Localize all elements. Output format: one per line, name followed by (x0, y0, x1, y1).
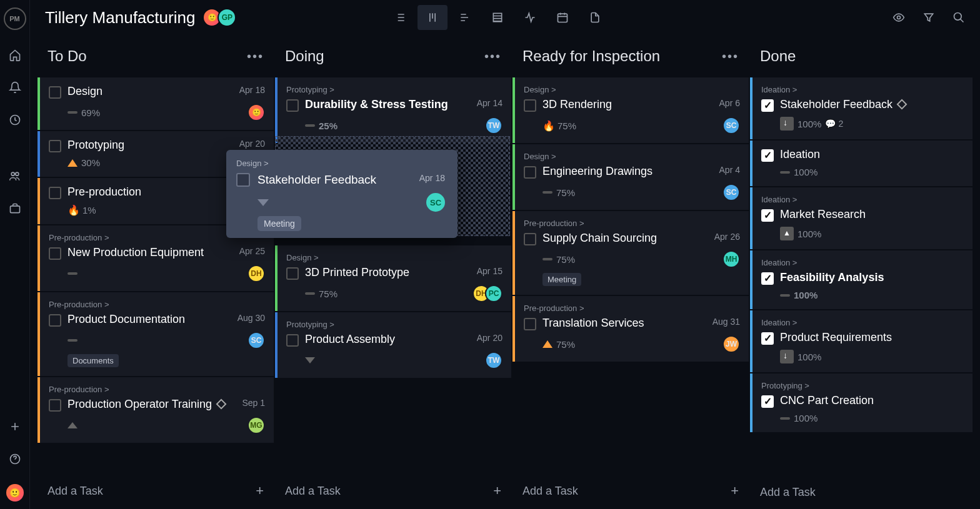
task-card[interactable]: Design > 3D RenderingApr 6 🔥75%SC (512, 77, 749, 143)
task-card[interactable]: DesignApr 18 69%🙂 (38, 77, 274, 130)
add-task-button[interactable]: Add a Task+ (38, 473, 274, 509)
assignee-avatar: TW (485, 117, 502, 134)
column-title: To Do (48, 47, 87, 65)
plus-icon[interactable] (8, 419, 22, 434)
task-progress: 1% (82, 205, 96, 215)
main-area: Tillery Manufacturing 🙂 GP (30, 0, 980, 509)
briefcase-icon[interactable] (8, 201, 22, 216)
task-checkbox[interactable] (49, 86, 61, 99)
task-title: 3D Rendering (542, 98, 713, 111)
priority-urgent-icon: 🔥 (542, 120, 554, 131)
column-menu-icon[interactable]: ••• (722, 49, 739, 64)
task-checkbox-checked[interactable] (761, 209, 774, 222)
add-task-button[interactable]: Add a Task+ (512, 473, 749, 509)
view-tabs (385, 5, 610, 30)
task-date: Apr 18 (419, 173, 445, 183)
column-title: Doing (285, 47, 324, 65)
filter-icon[interactable] (922, 11, 935, 24)
task-category: Prototyping > (286, 85, 502, 94)
task-date: Apr 26 (714, 232, 740, 242)
task-card[interactable]: Ideation > Stakeholder Feedback 100% 💬 2 (750, 77, 972, 139)
list-view-icon[interactable] (385, 5, 415, 30)
priority-icon (780, 171, 790, 174)
task-progress: 75% (556, 187, 575, 198)
column-menu-icon[interactable]: ••• (247, 49, 264, 64)
project-members[interactable]: 🙂 GP (206, 8, 236, 27)
task-checkbox[interactable] (286, 267, 299, 280)
task-card[interactable]: Ideation > Feasibility Analysis 100% (750, 250, 972, 309)
task-card[interactable]: Prototyping > Product AssemblyApr 20 TW (275, 312, 511, 378)
task-category: Pre-production > (524, 304, 740, 313)
task-checkbox[interactable] (49, 247, 61, 260)
task-checkbox[interactable] (286, 99, 299, 112)
kanban-board: To Do ••• DesignApr 18 69%🙂 PrototypingA… (30, 35, 980, 509)
priority-icon (68, 272, 78, 275)
calendar-icon[interactable] (548, 5, 578, 30)
users-icon[interactable] (8, 169, 22, 184)
help-icon[interactable] (8, 452, 22, 467)
gantt-view-icon[interactable] (450, 5, 480, 30)
task-card[interactable]: Pre-production > Production Operator Tra… (38, 377, 274, 443)
task-progress: 75% (556, 254, 575, 265)
task-card[interactable]: Pre-production > Product DocumentationAu… (38, 292, 274, 376)
task-progress: 30% (81, 157, 100, 168)
task-tag: Meeting (258, 216, 301, 231)
priority-high-icon (542, 340, 552, 348)
task-category: Ideation > (761, 195, 964, 204)
task-checkbox[interactable] (236, 173, 250, 187)
task-checkbox[interactable] (49, 314, 61, 327)
task-card[interactable]: Ideation > Product Requirements 100% (750, 310, 972, 372)
task-card[interactable]: Pre-production > Supply Chain SourcingAp… (512, 211, 749, 295)
task-checkbox[interactable] (49, 187, 61, 199)
column-menu-icon[interactable]: ••• (484, 49, 501, 64)
task-checkbox-checked[interactable] (761, 149, 774, 162)
task-progress: 100% (798, 352, 821, 362)
task-category: Pre-production > (524, 219, 740, 228)
task-checkbox[interactable] (524, 233, 536, 245)
task-checkbox-checked[interactable] (761, 272, 774, 285)
file-icon[interactable] (580, 5, 610, 30)
assignee-avatar: SC (722, 184, 740, 201)
task-card[interactable]: Prototyping > Durability & Stress Testin… (275, 77, 511, 143)
priority-icon (542, 191, 552, 194)
activity-icon[interactable] (515, 5, 545, 30)
task-title: Feasibility Analysis (780, 271, 964, 284)
clock-icon[interactable] (8, 112, 22, 127)
task-checkbox-checked[interactable] (761, 332, 774, 345)
user-avatar[interactable]: 🙂 (6, 484, 24, 502)
app-logo[interactable]: PM (4, 7, 26, 30)
task-card[interactable]: Design > Engineering DrawingsApr 4 75%SC (512, 144, 749, 210)
task-checkbox[interactable] (49, 140, 61, 152)
task-checkbox[interactable] (524, 166, 536, 179)
assignee-avatar: SC (426, 193, 445, 212)
dragging-card[interactable]: Design > Stakeholder Feedback Apr 18 SC … (226, 150, 458, 238)
sheet-view-icon[interactable] (482, 5, 512, 30)
plus-icon: + (256, 483, 264, 499)
home-icon[interactable] (8, 47, 22, 62)
task-card[interactable]: Prototyping > CNC Part Creation 100% (750, 373, 972, 432)
bell-icon[interactable] (8, 80, 22, 95)
add-task-button[interactable]: Add a Task+ (275, 473, 511, 509)
task-checkbox[interactable] (49, 399, 61, 412)
task-checkbox[interactable] (524, 99, 536, 112)
task-date: Aug 31 (712, 317, 740, 327)
svg-rect-5 (494, 13, 502, 21)
task-card[interactable]: Design > 3D Printed PrototypeApr 15 75%D… (275, 245, 511, 311)
task-checkbox[interactable] (286, 334, 299, 347)
board-view-icon[interactable] (418, 5, 448, 30)
task-card[interactable]: Ideation > Market Research 100% (750, 187, 972, 249)
add-task-button[interactable]: Add a Task (750, 476, 972, 509)
column-header: To Do ••• (38, 35, 274, 77)
task-date: Apr 15 (477, 266, 502, 276)
task-category: Pre-production > (49, 300, 265, 309)
task-checkbox-checked[interactable] (761, 99, 774, 112)
priority-low-icon (780, 350, 794, 363)
task-title: 3D Printed Prototype (305, 266, 471, 279)
task-card[interactable]: Ideation 100% (750, 141, 972, 186)
task-category: Design > (236, 159, 445, 168)
search-icon[interactable] (952, 11, 965, 24)
task-card[interactable]: Pre-production > Translation ServicesAug… (512, 296, 749, 362)
task-checkbox[interactable] (524, 318, 536, 330)
task-checkbox-checked[interactable] (761, 395, 774, 408)
eye-icon[interactable] (892, 11, 905, 24)
